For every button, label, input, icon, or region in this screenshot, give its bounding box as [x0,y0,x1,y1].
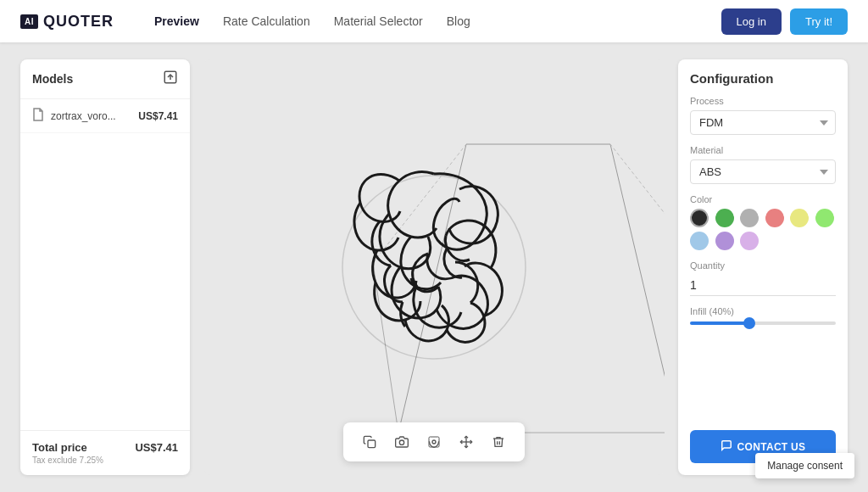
svg-rect-11 [368,440,376,448]
nav: Preview Rate Calculation Material Select… [154,14,721,28]
move-button[interactable] [453,429,479,455]
color-swatch-light-green[interactable] [815,209,834,227]
3d-viewer[interactable] [203,59,665,475]
svg-point-10 [342,176,526,359]
nav-blog[interactable]: Blog [447,14,470,28]
color-swatch-lavender[interactable] [715,232,734,250]
file-icon [32,108,44,124]
login-button[interactable]: Log in [721,8,782,35]
models-panel-title: Models [32,72,73,86]
tax-note: Tax exclude 7.25% [32,456,178,465]
quantity-input[interactable] [690,275,836,296]
header: AI QUOTER Preview Rate Calculation Mater… [0,0,868,42]
config-title: Configuration [690,71,836,86]
total-label: Total price [32,441,87,454]
upload-icon[interactable] [163,70,178,88]
process-section: Process FDM [690,96,836,135]
logo-text: QUOTER [43,13,114,31]
total-section: Total price US$7.41 Tax exclude 7.25% [20,430,190,475]
color-grid [690,209,836,250]
color-section: Color [690,194,836,250]
models-panel-header: Models [20,59,190,99]
header-actions: Log in Try it! [721,8,848,35]
contact-icon [721,439,732,454]
material-select[interactable]: ABS [690,159,836,184]
model-info: zortrax_voro... [32,108,116,124]
total-row: Total price US$7.41 [32,441,178,454]
model-price: US$7.41 [138,110,178,122]
view-button[interactable] [421,429,447,455]
material-section: Material ABS [690,145,836,184]
infill-label: Infill (40%) [690,306,836,316]
color-swatch-gray[interactable] [740,209,759,227]
copy-button[interactable] [357,429,382,455]
svg-point-12 [399,440,403,444]
quantity-label: Quantity [690,260,836,271]
total-price: US$7.41 [135,441,178,454]
quantity-section: Quantity [690,260,836,296]
model-name: zortrax_voro... [51,110,116,122]
camera-button[interactable] [389,429,415,455]
nav-material-selector[interactable]: Material Selector [334,14,423,28]
logo-box: AI [20,14,38,29]
color-swatch-light-blue[interactable] [690,232,709,250]
svg-point-13 [432,440,436,444]
models-panel: Models zortrax_voro... US$7.41 [20,59,190,475]
main-content: Models zortrax_voro... US$7.41 [0,42,868,492]
process-select[interactable]: FDM [690,110,836,135]
infill-slider[interactable] [690,321,836,325]
nav-preview[interactable]: Preview [154,14,199,28]
svg-line-9 [610,144,665,263]
color-swatch-green[interactable] [715,209,734,227]
config-panel: Configuration Process FDM Material ABS C… [678,59,848,475]
svg-line-3 [610,144,665,433]
contact-label: CONTACT US [737,441,806,453]
model-3d [315,148,553,386]
viewer-toolbar [343,422,525,461]
manage-consent-button[interactable]: Manage consent [755,453,854,478]
logo: AI QUOTER [20,13,114,31]
nav-rate-calculation[interactable]: Rate Calculation [223,14,310,28]
model-list-item[interactable]: zortrax_voro... US$7.41 [20,99,190,133]
viewer-canvas [203,59,665,475]
infill-section: Infill (40%) [690,306,836,325]
process-label: Process [690,96,836,106]
color-swatch-black[interactable] [690,209,709,227]
color-swatch-pink[interactable] [765,209,784,227]
color-label: Color [690,194,836,204]
color-swatch-yellow[interactable] [790,209,809,227]
try-button[interactable]: Try it! [790,8,848,35]
color-swatch-light-purple[interactable] [740,232,759,250]
material-label: Material [690,145,836,155]
delete-button[interactable] [486,429,511,455]
